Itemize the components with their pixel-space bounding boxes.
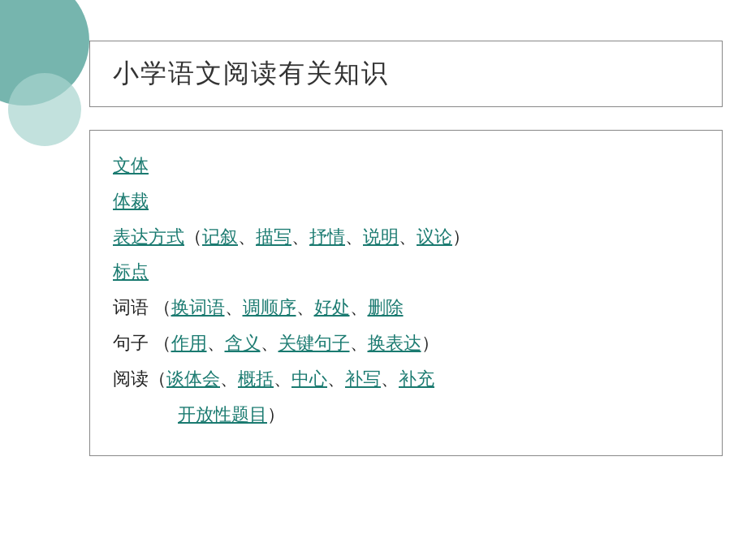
link-shanChu[interactable]: 删除 xyxy=(368,297,404,317)
content-line-8: 开放性题目） xyxy=(113,398,699,432)
ci-yu-label: 词语 （ xyxy=(113,297,171,317)
ju-zi-label: 句子 （ xyxy=(113,333,171,353)
sep-3c: 、 xyxy=(345,226,363,247)
link-tiCai[interactable]: 体裁 xyxy=(113,191,149,211)
content-line-3: 表达方式（记叙、描写、抒情、说明、议论） xyxy=(113,220,699,254)
sep-6c: 、 xyxy=(350,333,368,353)
paren-6b: ） xyxy=(421,333,439,353)
sep-7b: 、 xyxy=(274,368,291,389)
link-tiaoShunXu[interactable]: 调顺序 xyxy=(243,297,296,317)
decorative-circles xyxy=(0,0,97,162)
link-biaodiaN[interactable]: 标点 xyxy=(113,261,149,282)
link-zhongXin[interactable]: 中心 xyxy=(291,368,327,389)
yue-du-label: 阅读（ xyxy=(113,368,166,389)
sep-6b: 、 xyxy=(261,333,279,353)
paren-3a: （ xyxy=(184,226,202,247)
paren-8: ） xyxy=(267,404,285,424)
sep-7c: 、 xyxy=(327,368,345,389)
link-haochu[interactable]: 好处 xyxy=(314,297,350,317)
content-line-1: 文体 xyxy=(113,149,699,183)
link-miaoXie[interactable]: 描写 xyxy=(256,226,291,247)
sep-5a: 、 xyxy=(225,297,243,317)
link-tanTiHui[interactable]: 谈体会 xyxy=(166,368,220,389)
sep-3a: 、 xyxy=(238,226,256,247)
link-yiLun[interactable]: 议论 xyxy=(417,226,452,247)
link-shuoMing[interactable]: 说明 xyxy=(363,226,399,247)
link-wenTi[interactable]: 文体 xyxy=(113,155,149,175)
sep-5b: 、 xyxy=(296,297,314,317)
link-zuoYong[interactable]: 作用 xyxy=(171,333,207,353)
link-kaiFangXingTiMu[interactable]: 开放性题目 xyxy=(178,404,267,424)
link-guanJianJuZi[interactable]: 关键句子 xyxy=(279,333,350,353)
link-buChong[interactable]: 补充 xyxy=(399,368,434,389)
link-shuQing[interactable]: 抒情 xyxy=(309,226,345,247)
sep-6a: 、 xyxy=(207,333,225,353)
content-box: 文体 体裁 表达方式（记叙、描写、抒情、说明、议论） 标点 词语 （换词语、调顺… xyxy=(89,130,723,456)
sep-5c: 、 xyxy=(350,297,368,317)
link-huanCiYu[interactable]: 换词语 xyxy=(171,297,225,317)
link-huanBiaoDA[interactable]: 换表达 xyxy=(368,333,421,353)
content-line-7: 阅读（谈体会、概括、中心、补写、补充 xyxy=(113,362,699,396)
content-line-2: 体裁 xyxy=(113,184,699,218)
title-box: 小学语文阅读有关知识 xyxy=(89,41,723,107)
paren-3b: ） xyxy=(452,226,470,247)
content-line-5: 词语 （换词语、调顺序、好处、删除 xyxy=(113,291,699,325)
sep-7d: 、 xyxy=(381,368,399,389)
link-buXie[interactable]: 补写 xyxy=(345,368,381,389)
link-jiXu[interactable]: 记叙 xyxy=(202,226,238,247)
sep-3b: 、 xyxy=(291,226,309,247)
link-gaiKuo[interactable]: 概括 xyxy=(238,368,274,389)
link-hanYi[interactable]: 含义 xyxy=(225,333,261,353)
sep-3d: 、 xyxy=(399,226,417,247)
content-line-4: 标点 xyxy=(113,255,699,289)
slide-container: 小学语文阅读有关知识 文体 体裁 表达方式（记叙、描写、抒情、说明、议论） 标点… xyxy=(0,0,747,560)
page-title: 小学语文阅读有关知识 xyxy=(113,58,389,88)
link-biaoDA[interactable]: 表达方式 xyxy=(113,226,184,247)
circle-small xyxy=(8,73,81,146)
content-line-6: 句子 （作用、含义、关键句子、换表达） xyxy=(113,326,699,360)
sep-7a: 、 xyxy=(220,368,238,389)
